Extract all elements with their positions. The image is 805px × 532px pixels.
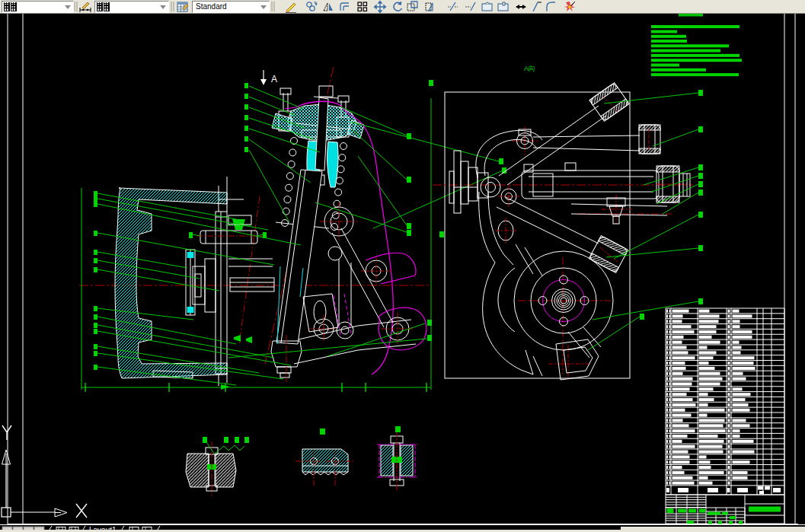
svg-text:A: A xyxy=(271,74,277,84)
svg-text:A向: A向 xyxy=(524,65,535,72)
